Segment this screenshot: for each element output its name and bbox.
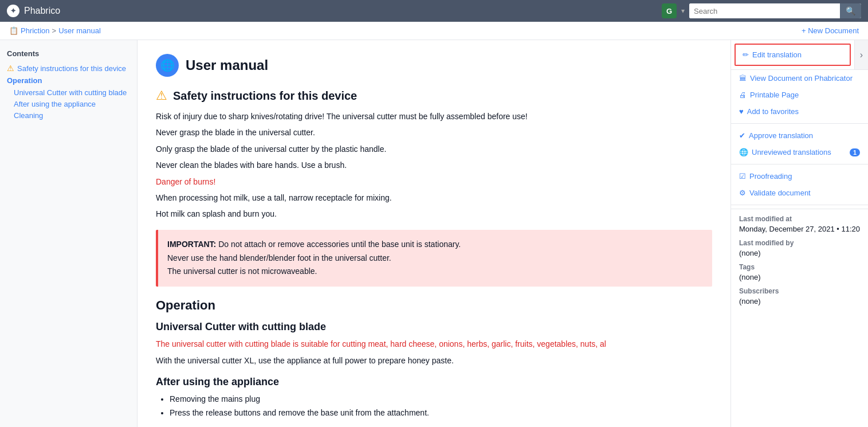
heart-icon: ♥ bbox=[739, 107, 744, 116]
cutter-subheading: Universal Cutter with cutting blade bbox=[156, 321, 712, 333]
checkbox-icon: ☑ bbox=[739, 172, 746, 181]
validate-icon: ⚙ bbox=[739, 189, 746, 197]
meta-section: Last modified at Monday, December 27, 20… bbox=[731, 209, 868, 317]
right-panel-header: ✏ Edit translation › bbox=[731, 40, 868, 70]
breadcrumb: 📋 Phriction > User manual bbox=[9, 26, 101, 35]
warning-icon: ⚠ bbox=[7, 64, 14, 73]
print-icon: 🖨 bbox=[739, 91, 747, 99]
search-input[interactable] bbox=[689, 3, 840, 18]
last-modified-at-value: Monday, December 27, 2021 • 11:20 bbox=[739, 225, 860, 233]
page-title-row: 🌐 User manual bbox=[156, 54, 712, 77]
breadcrumb-separator: > bbox=[52, 26, 57, 35]
tags-value: (none) bbox=[739, 273, 860, 281]
bullet-item-0: Removing the mains plug bbox=[170, 393, 712, 406]
warning-line-2: The universal cutter is not microwaveabl… bbox=[167, 265, 703, 279]
warning-box: IMPORTANT: Do not attach or remove acces… bbox=[156, 230, 712, 287]
logo-icon: ✦ bbox=[7, 5, 19, 17]
subscribers-value: (none) bbox=[739, 297, 860, 305]
panel-divider-1 bbox=[731, 123, 868, 124]
breadcrumb-bar: 📋 Phriction > User manual + New Document bbox=[0, 22, 868, 40]
operation-heading: Operation bbox=[156, 298, 712, 313]
breadcrumb-user-manual[interactable]: User manual bbox=[58, 26, 101, 35]
user-avatar[interactable]: G bbox=[662, 3, 677, 18]
unreviewed-label: Unreviewed translations bbox=[752, 148, 831, 156]
cutter-text-red: The universal cutter with cutting blade … bbox=[156, 338, 712, 350]
favorites-label: Add to favorites bbox=[747, 107, 799, 116]
search-area: G ▾ 🔍 bbox=[662, 3, 861, 18]
search-box: 🔍 bbox=[689, 3, 861, 18]
panel-toggle-button[interactable]: › bbox=[854, 40, 868, 69]
app-title: Phabrico bbox=[24, 6, 60, 16]
body-line-danger: Danger of burns! bbox=[156, 175, 712, 188]
right-panel: ✏ Edit translation › 🏛 View Document on … bbox=[730, 40, 868, 427]
panel-divider-3 bbox=[731, 205, 868, 205]
safety-heading: Safety instructions for this device bbox=[173, 89, 357, 103]
edit-translation-button[interactable]: ✏ Edit translation bbox=[735, 44, 851, 66]
panel-divider-2 bbox=[731, 164, 868, 164]
checkmark-icon: ✔ bbox=[739, 131, 745, 140]
validate-label: Validate document bbox=[749, 189, 811, 197]
view-doc-label: View Document on Phabricator bbox=[750, 74, 853, 83]
appliance-bullet-list: Removing the mains plug Press the releas… bbox=[170, 393, 712, 420]
top-nav: ✦ Phabrico G ▾ 🔍 bbox=[0, 0, 868, 22]
proofreading-label: Proofreading bbox=[749, 172, 792, 181]
unreviewed-badge: 1 bbox=[850, 148, 860, 156]
phabricator-icon: 🏛 bbox=[739, 74, 747, 83]
approve-translation[interactable]: ✔ Approve translation bbox=[731, 127, 868, 144]
unreviewed-translations[interactable]: 🌐 Unreviewed translations 1 bbox=[731, 144, 868, 160]
warning-bold: IMPORTANT: bbox=[167, 240, 216, 249]
edit-icon: ✏ bbox=[743, 50, 749, 59]
cutter-text-normal: With the universal cutter XL, use the ap… bbox=[156, 354, 712, 367]
globe-small-icon: 🌐 bbox=[739, 148, 748, 156]
safety-section-heading: ⚠ Safety instructions for this device bbox=[156, 88, 712, 103]
edit-translation-label: Edit translation bbox=[752, 50, 802, 59]
add-to-favorites[interactable]: ♥ Add to favorites bbox=[731, 103, 868, 120]
proofreading[interactable]: ☑ Proofreading bbox=[731, 168, 868, 185]
new-document-button[interactable]: + New Document bbox=[802, 26, 859, 35]
globe-icon: 🌐 bbox=[156, 54, 179, 77]
avatar-chevron: ▾ bbox=[681, 7, 685, 15]
printable-label: Printable Page bbox=[750, 91, 799, 99]
last-modified-at-label: Last modified at bbox=[739, 215, 860, 223]
warning-line-1: Never use the hand blender/blender foot … bbox=[167, 252, 703, 265]
content-area: 🌐 User manual ⚠ Safety instructions for … bbox=[138, 40, 730, 427]
printable-page[interactable]: 🖨 Printable Page bbox=[731, 87, 868, 103]
app-logo[interactable]: ✦ Phabrico bbox=[7, 5, 60, 17]
body-line-2: Only grasp the blade of the universal cu… bbox=[156, 143, 712, 155]
subscribers-label: Subscribers bbox=[739, 287, 860, 295]
validate-document[interactable]: ⚙ Validate document bbox=[731, 185, 868, 201]
search-button[interactable]: 🔍 bbox=[840, 3, 861, 18]
safety-warn-icon: ⚠ bbox=[156, 88, 167, 103]
appliance-heading: After using the appliance bbox=[156, 376, 712, 388]
sidebar-item-cleaning[interactable]: Cleaning bbox=[14, 111, 130, 120]
new-doc-label: + New Document bbox=[802, 26, 859, 35]
approve-label: Approve translation bbox=[749, 131, 813, 140]
page-title: User manual bbox=[186, 57, 268, 73]
sidebar-contents-title: Contents bbox=[7, 49, 130, 58]
body-line-5: When processing hot milk, use a tall, na… bbox=[156, 191, 712, 204]
sidebar-safety-item[interactable]: ⚠ Safety instructions for this device bbox=[7, 64, 130, 73]
sidebar-item-cutter[interactable]: Universal Cutter with cutting blade bbox=[14, 88, 130, 97]
warning-line-0-text: Do not attach or remove accessories unti… bbox=[218, 240, 461, 249]
last-modified-by-label: Last modified by bbox=[739, 239, 860, 247]
body-line-6: Hot milk can splash and burn you. bbox=[156, 207, 712, 220]
sidebar-item-after-using[interactable]: After using the appliance bbox=[14, 100, 130, 108]
breadcrumb-phriction[interactable]: Phriction bbox=[21, 26, 50, 35]
warning-line-0: IMPORTANT: Do not attach or remove acces… bbox=[167, 238, 703, 252]
sidebar: Contents ⚠ Safety instructions for this … bbox=[0, 40, 138, 427]
body-line-1: Never grasp the blade in the universal c… bbox=[156, 126, 712, 139]
sidebar-operation-section[interactable]: Operation bbox=[7, 76, 130, 85]
bullet-item-1: Press the release buttons and remove the… bbox=[170, 406, 712, 420]
tags-label: Tags bbox=[739, 263, 860, 271]
body-line-0: Risk of injury due to sharp knives/rotat… bbox=[156, 110, 712, 123]
body-line-3: Never clean the blades with bare hands. … bbox=[156, 159, 712, 171]
view-doc-phabricator[interactable]: 🏛 View Document on Phabricator bbox=[731, 70, 868, 87]
breadcrumb-icon: 📋 bbox=[9, 26, 18, 35]
main-layout: Contents ⚠ Safety instructions for this … bbox=[0, 40, 868, 427]
last-modified-by-value: (none) bbox=[739, 249, 860, 257]
sidebar-safety-label: Safety instructions for this device bbox=[17, 64, 126, 73]
